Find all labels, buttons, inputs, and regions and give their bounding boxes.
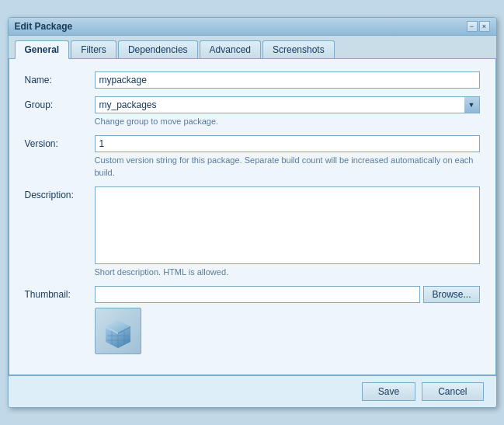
- group-hint: Change group to move package.: [95, 116, 480, 127]
- version-row: Version: Custom version string for this …: [25, 135, 480, 179]
- description-field: Short description. HTML is allowed.: [95, 186, 480, 278]
- version-input[interactable]: [95, 135, 480, 152]
- tab-advanced[interactable]: Advanced: [200, 40, 261, 58]
- thumbnail-label: Thumbnail:: [25, 286, 95, 300]
- description-label: Description:: [25, 186, 95, 200]
- version-label: Version:: [25, 135, 95, 149]
- package-icon: [99, 312, 137, 350]
- group-select[interactable]: my_packages: [95, 96, 480, 113]
- group-field: my_packages ▼ Change group to move packa…: [95, 96, 480, 127]
- group-select-wrapper: my_packages ▼: [95, 96, 480, 113]
- thumbnail-row: Thumbnail: Browse...: [25, 286, 480, 354]
- tab-general[interactable]: General: [15, 40, 70, 59]
- tab-dependencies[interactable]: Dependencies: [118, 40, 198, 58]
- version-field: Custom version string for this package. …: [95, 135, 480, 179]
- form-content: Name: Group: my_packages ▼ Change group …: [9, 59, 496, 376]
- tab-screenshots[interactable]: Screenshots: [262, 40, 335, 58]
- window-controls: − ×: [467, 21, 490, 32]
- thumbnail-preview: [95, 308, 141, 354]
- description-hint: Short description. HTML is allowed.: [95, 266, 480, 278]
- group-row: Group: my_packages ▼ Change group to mov…: [25, 96, 480, 127]
- close-button[interactable]: ×: [479, 21, 490, 32]
- window-title: Edit Package: [15, 21, 73, 32]
- description-input[interactable]: [95, 186, 480, 264]
- thumbnail-input[interactable]: [95, 286, 421, 303]
- name-input[interactable]: [95, 71, 480, 89]
- form-footer: Save Cancel: [9, 375, 496, 407]
- minimize-button[interactable]: −: [467, 21, 478, 32]
- browse-button[interactable]: Browse...: [423, 286, 479, 303]
- name-row: Name:: [25, 71, 480, 89]
- edit-package-window: Edit Package − × General Filters Depende…: [8, 17, 497, 409]
- description-row: Description: Short description. HTML is …: [25, 186, 480, 278]
- name-field: [95, 71, 480, 89]
- title-bar: Edit Package − ×: [9, 18, 496, 36]
- thumbnail-field: Browse...: [95, 286, 480, 354]
- group-label: Group:: [25, 96, 95, 110]
- tab-filters[interactable]: Filters: [71, 40, 116, 58]
- thumbnail-input-row: Browse...: [95, 286, 480, 303]
- version-hint: Custom version string for this package. …: [95, 155, 480, 179]
- save-button[interactable]: Save: [362, 382, 415, 401]
- tab-bar: General Filters Dependencies Advanced Sc…: [9, 36, 496, 59]
- cancel-button[interactable]: Cancel: [422, 382, 483, 401]
- name-label: Name:: [25, 71, 95, 85]
